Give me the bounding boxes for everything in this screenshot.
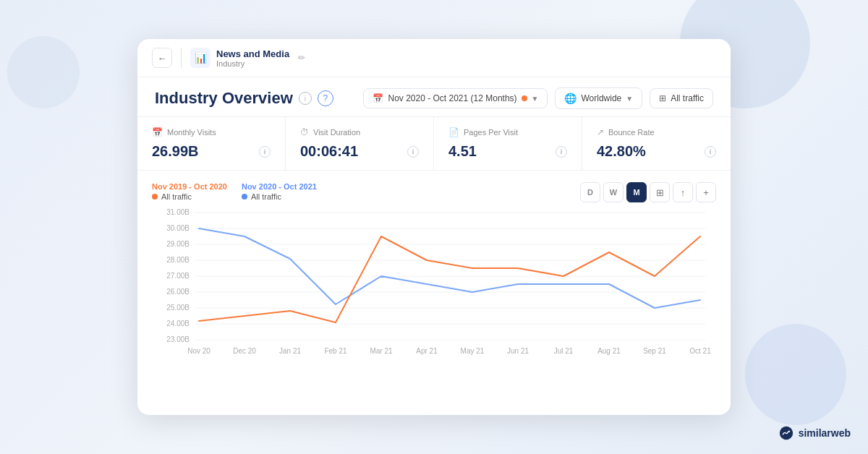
worldwide-label: Worldwide xyxy=(581,93,621,103)
nav-tab[interactable]: 📊 News and Media Industry ✏ xyxy=(190,48,305,68)
legend-dot-row-blue: All traffic xyxy=(242,192,317,201)
chart-ctrl-d[interactable]: D xyxy=(580,182,600,202)
worldwide-chevron: ▼ xyxy=(626,95,633,103)
chart-container: 31.00B 30.00B 29.00B 28.00B 27.00B 26.00… xyxy=(152,205,716,367)
date-dot xyxy=(522,95,527,101)
traffic-selector[interactable]: ⊞ All traffic xyxy=(650,88,713,108)
tab-icon: 📊 xyxy=(190,48,210,68)
clock-stat-icon: ⏱ xyxy=(300,127,309,137)
svg-text:28.00B: 28.00B xyxy=(166,256,190,264)
stats-row: 📅 Monthly Visits 26.99B i ⏱ Visit Durati… xyxy=(137,117,731,171)
chart-ctrl-m[interactable]: M xyxy=(626,182,647,202)
stat-duration-info[interactable]: i xyxy=(407,146,419,158)
legend-dot-blue xyxy=(242,194,247,200)
line-chart: 31.00B 30.00B 29.00B 28.00B 27.00B 26.00… xyxy=(152,205,716,364)
stat-monthly-visits-value: 26.99B i xyxy=(152,143,271,160)
chart-ctrl-add[interactable]: + xyxy=(696,182,716,202)
svg-text:30.00B: 30.00B xyxy=(166,224,190,232)
back-icon: ← xyxy=(158,53,167,64)
svg-text:24.00B: 24.00B xyxy=(166,320,190,327)
similarweb-logo-icon xyxy=(778,425,794,441)
svg-text:29.00B: 29.00B xyxy=(166,240,190,248)
main-card: ← 📊 News and Media Industry ✏ Industry O… xyxy=(137,39,731,415)
chart-ctrl-excel[interactable]: ⊞ xyxy=(650,182,670,202)
svg-text:Jun 21: Jun 21 xyxy=(507,347,529,355)
bounce-stat-icon: ↗ xyxy=(597,127,604,137)
stat-bounce-rate: ↗ Bounce Rate 42.80% i xyxy=(582,117,731,170)
stat-bounce-label: ↗ Bounce Rate xyxy=(597,127,716,137)
stat-pages-per-visit: 📄 Pages Per Visit 4.51 i xyxy=(434,117,582,170)
legend-dot-row-orange: All traffic xyxy=(152,192,227,201)
tab-subtitle: Industry xyxy=(216,59,289,68)
svg-text:Oct 21: Oct 21 xyxy=(689,347,711,355)
similarweb-brand: similarweb xyxy=(778,425,851,441)
stat-bounce-value: 42.80% i xyxy=(597,143,716,160)
chart-ctrl-w[interactable]: W xyxy=(603,182,624,202)
back-button[interactable]: ← xyxy=(152,48,172,68)
svg-text:27.00B: 27.00B xyxy=(166,272,190,280)
date-range-label: Nov 2020 - Oct 2021 (12 Months) xyxy=(388,93,516,103)
header-row: Industry Overview i ? 📅 Nov 2020 - Oct 2… xyxy=(137,77,731,117)
stat-visit-duration-label: ⏱ Visit Duration xyxy=(300,127,419,137)
title-question-icon[interactable]: ? xyxy=(318,90,333,106)
traffic-icon: ⊞ xyxy=(659,93,666,103)
date-range-selector[interactable]: 📅 Nov 2020 - Oct 2021 (12 Months) ▼ xyxy=(363,88,548,108)
page-title-group: Industry Overview i ? xyxy=(155,89,333,108)
header-controls: 📅 Nov 2020 - Oct 2021 (12 Months) ▼ 🌐 Wo… xyxy=(363,87,713,109)
chart-controls: D W M ⊞ ↑ + xyxy=(580,182,716,202)
svg-text:Jan 21: Jan 21 xyxy=(279,347,301,355)
svg-text:31.00B: 31.00B xyxy=(166,208,190,216)
calendar-icon: 📅 xyxy=(373,93,383,103)
calendar-stat-icon: 📅 xyxy=(152,127,163,137)
globe-icon: 🌐 xyxy=(564,93,576,104)
legend-item-orange: Nov 2019 - Oct 2020 All traffic xyxy=(152,182,227,201)
similarweb-name: similarweb xyxy=(799,427,851,439)
svg-text:Mar 21: Mar 21 xyxy=(370,347,393,355)
svg-text:25.00B: 25.00B xyxy=(166,304,190,312)
stat-visit-duration: ⏱ Visit Duration 00:06:41 i xyxy=(286,117,434,170)
legend-traffic-orange: All traffic xyxy=(161,192,192,201)
stat-pages-label: 📄 Pages Per Visit xyxy=(448,127,567,137)
svg-text:Apr 21: Apr 21 xyxy=(416,347,438,355)
chart-legend: Nov 2019 - Oct 2020 All traffic Nov 2020… xyxy=(152,182,317,201)
stat-pages-value: 4.51 i xyxy=(448,143,567,160)
title-info-icon[interactable]: i xyxy=(299,92,312,105)
page-stat-icon: 📄 xyxy=(448,127,459,137)
legend-period-orange: Nov 2019 - Oct 2020 xyxy=(152,182,227,191)
svg-text:23.00B: 23.00B xyxy=(166,335,190,343)
legend-period-blue: Nov 2020 - Oct 2021 xyxy=(242,182,317,191)
stat-pages-info[interactable]: i xyxy=(556,146,567,158)
svg-text:Dec 20: Dec 20 xyxy=(233,347,256,355)
edit-icon[interactable]: ✏ xyxy=(298,53,305,63)
date-chevron: ▼ xyxy=(532,95,539,103)
chart-ctrl-export[interactable]: ↑ xyxy=(673,182,693,202)
svg-text:Jul 21: Jul 21 xyxy=(554,347,574,355)
svg-text:Sep 21: Sep 21 xyxy=(643,347,666,355)
stat-monthly-visits: 📅 Monthly Visits 26.99B i xyxy=(137,117,286,170)
svg-text:26.00B: 26.00B xyxy=(166,288,190,296)
svg-text:Nov 20: Nov 20 xyxy=(187,347,210,355)
worldwide-selector[interactable]: 🌐 Worldwide ▼ xyxy=(555,87,642,109)
stat-bounce-info[interactable]: i xyxy=(705,146,716,158)
chart-area: Nov 2019 - Oct 2020 All traffic Nov 2020… xyxy=(137,171,731,374)
tab-title: News and Media xyxy=(216,48,289,59)
svg-text:Aug 21: Aug 21 xyxy=(597,347,621,355)
traffic-label: All traffic xyxy=(671,93,704,103)
svg-text:May 21: May 21 xyxy=(461,347,485,355)
legend-dot-orange xyxy=(152,194,158,200)
nav-bar: ← 📊 News and Media Industry ✏ xyxy=(137,39,731,77)
stat-visit-duration-value: 00:06:41 i xyxy=(300,143,419,160)
chart-header: Nov 2019 - Oct 2020 All traffic Nov 2020… xyxy=(152,182,716,202)
stat-monthly-info[interactable]: i xyxy=(259,146,271,158)
tab-text: News and Media Industry xyxy=(216,48,289,68)
legend-item-blue: Nov 2020 - Oct 2021 All traffic xyxy=(242,182,317,201)
page-title: Industry Overview xyxy=(155,89,293,108)
legend-traffic-blue: All traffic xyxy=(251,192,281,201)
nav-divider xyxy=(181,48,182,68)
svg-text:Feb 21: Feb 21 xyxy=(324,347,347,355)
stat-monthly-visits-label: 📅 Monthly Visits xyxy=(152,127,271,137)
